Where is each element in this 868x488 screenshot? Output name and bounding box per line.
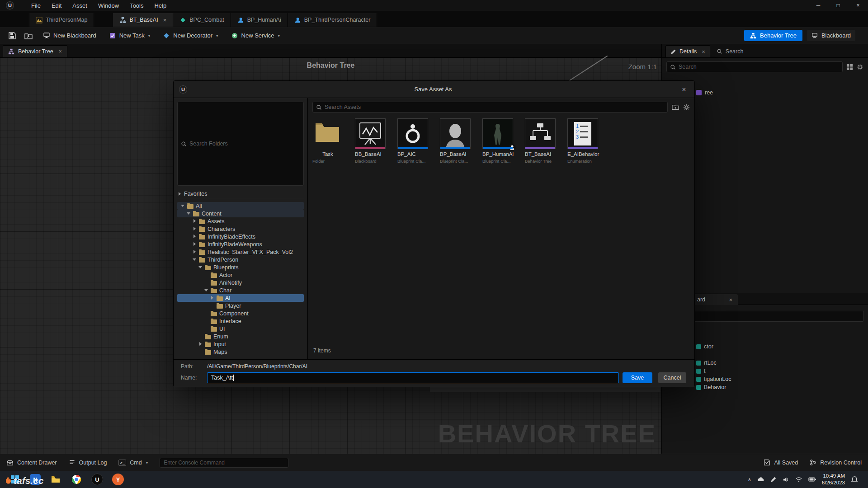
asset-tile[interactable]: 123 BP_BaseAi Blueprint Cla...: [440, 118, 478, 164]
tree-item[interactable]: Content: [177, 210, 304, 217]
menu-item[interactable]: Asset: [67, 1, 93, 10]
gear-icon[interactable]: [857, 64, 863, 70]
cmd-button[interactable]: >_ Cmd ▾: [118, 460, 148, 466]
new-task-button[interactable]: New Task ▾: [105, 30, 155, 42]
tab-details[interactable]: Details ×: [665, 45, 710, 57]
tree-expander-icon[interactable]: [193, 235, 197, 239]
notification-bell-icon[interactable]: [851, 476, 858, 483]
new-decorator-button[interactable]: New Decorator ▾: [159, 30, 222, 42]
behavior-tree-mode-button[interactable]: Behavior Tree: [744, 30, 802, 41]
tray-expand-icon[interactable]: ∧: [748, 477, 751, 483]
asset-tile[interactable]: 123 BP_HumanAi Blueprint Cla...: [482, 118, 521, 164]
tree-item[interactable]: Maps: [177, 348, 304, 356]
browse-to-asset-button[interactable]: [23, 30, 34, 42]
tree-expander-icon[interactable]: [204, 288, 208, 292]
blackboard-mode-button[interactable]: Blackboard: [807, 30, 855, 41]
search-folders-box[interactable]: [177, 102, 304, 186]
new-folder-icon[interactable]: [672, 103, 679, 111]
tree-item[interactable]: AniNotify: [177, 279, 304, 286]
favorites-row[interactable]: Favorites: [177, 188, 304, 199]
tree-item[interactable]: Realistic_Starter_VFX_Pack_Vol2: [177, 248, 304, 256]
tree-expander-icon[interactable]: [204, 327, 208, 331]
tree-item[interactable]: Enum: [177, 333, 304, 340]
maximize-button[interactable]: □: [828, 0, 848, 11]
search-assets-box[interactable]: [312, 102, 668, 113]
details-search-box[interactable]: [666, 61, 843, 72]
asset-tile[interactable]: 123 E_AIBehavior Enumeration: [567, 118, 606, 164]
tree-item[interactable]: Blueprints: [177, 263, 304, 271]
menu-item[interactable]: Edit: [46, 1, 67, 10]
tab-bp-thirdpersoncharacter[interactable]: BP_ThirdPersonCharacter: [288, 13, 377, 27]
tab-thirdpersonmap[interactable]: ThirdPersonMap: [29, 13, 94, 27]
tree-expander-icon[interactable]: [193, 250, 197, 254]
settings-gear-icon[interactable]: [683, 104, 690, 111]
menu-item[interactable]: Tools: [124, 1, 149, 10]
tab-close-icon[interactable]: ×: [163, 17, 167, 23]
app-y[interactable]: Y: [112, 474, 124, 485]
tree-expander-icon[interactable]: [193, 227, 197, 231]
close-button[interactable]: ×: [848, 0, 868, 11]
console-command-box[interactable]: [160, 458, 288, 468]
new-blackboard-button[interactable]: New Blackboard: [39, 30, 100, 42]
details-tab-close-icon[interactable]: ×: [702, 48, 705, 55]
tree-item[interactable]: AI: [177, 294, 304, 302]
behavior-tree-doc-tab[interactable]: Behavior Tree ×: [3, 45, 67, 57]
app-browser[interactable]: [71, 474, 82, 485]
view-options-icon[interactable]: [846, 64, 853, 70]
tree-expander-icon[interactable]: [204, 281, 208, 285]
search-folders-input[interactable]: [189, 141, 300, 147]
tree-item[interactable]: All: [177, 202, 304, 210]
menu-item[interactable]: File: [26, 1, 46, 10]
asset-tile[interactable]: 123 BP_AIC Blueprint Cla...: [397, 118, 436, 164]
dialog-close-icon[interactable]: ×: [679, 85, 689, 93]
all-saved-indicator[interactable]: All Saved: [764, 459, 798, 466]
tree-item[interactable]: Char: [177, 286, 304, 294]
tree-expander-icon[interactable]: [210, 296, 214, 300]
tree-item[interactable]: Player: [177, 302, 304, 310]
tree-item[interactable]: Actor: [177, 271, 304, 279]
tree-expander-icon[interactable]: [181, 204, 185, 208]
tree-item[interactable]: Assets: [177, 217, 304, 225]
tree-item[interactable]: ThirdPerson: [177, 256, 304, 263]
tree-item[interactable]: InfinityBladeWeapons: [177, 240, 304, 248]
tree-expander-icon[interactable]: [198, 334, 203, 338]
asset-tile[interactable]: 123 BB_BaseAI Blackboard: [355, 118, 393, 164]
taskbar-clock[interactable]: 10:49 AM 6/26/2023: [822, 473, 845, 486]
tree-expander-icon[interactable]: [187, 211, 191, 216]
revision-control-button[interactable]: Revision Control: [810, 459, 862, 466]
doc-tab-close-icon[interactable]: ×: [59, 48, 62, 55]
tree-expander-icon[interactable]: [193, 219, 197, 223]
battery-icon[interactable]: [808, 477, 816, 482]
tree-expander-icon[interactable]: [193, 258, 197, 262]
cloud-icon[interactable]: [757, 476, 764, 483]
tree-item[interactable]: UI: [177, 325, 304, 333]
tab-bp-humanai[interactable]: BP_HumanAi: [231, 13, 288, 27]
wifi-icon[interactable]: [795, 476, 802, 483]
app-file-explorer[interactable]: [50, 474, 61, 485]
search-assets-input[interactable]: [325, 104, 664, 110]
tree-expander-icon[interactable]: [210, 304, 214, 308]
menu-item[interactable]: Help: [149, 1, 172, 10]
tree-item[interactable]: InfinityBladeEffects: [177, 233, 304, 240]
pen-icon[interactable]: [770, 476, 777, 483]
tree-item[interactable]: Input: [177, 340, 304, 348]
content-drawer-button[interactable]: Content Drawer: [6, 459, 57, 466]
tree-expander-icon[interactable]: [198, 265, 203, 269]
cancel-button[interactable]: Cancel: [658, 372, 686, 383]
tree-expander-icon[interactable]: [204, 311, 208, 315]
tree-expander-icon[interactable]: [198, 350, 203, 354]
asset-tile[interactable]: 123 BT_BaseAI Behavior Tree: [525, 118, 563, 164]
save-button[interactable]: Save: [623, 372, 652, 383]
tab-search[interactable]: Search: [712, 45, 748, 57]
blackboard-tab-close-icon[interactable]: ×: [729, 296, 732, 303]
app-unreal[interactable]: U: [91, 474, 103, 485]
details-search-input[interactable]: [679, 64, 839, 70]
tree-expander-icon[interactable]: [204, 319, 208, 323]
tab-bpc-combat[interactable]: BPC_Combat: [173, 13, 231, 27]
tree-expander-icon[interactable]: [204, 273, 208, 277]
tree-expander-icon[interactable]: [193, 242, 197, 246]
asset-tile[interactable]: 123 Task Folder: [312, 118, 351, 164]
minimize-button[interactable]: ─: [808, 0, 828, 11]
save-asset-button[interactable]: [6, 30, 18, 42]
speaker-icon[interactable]: [783, 476, 789, 483]
